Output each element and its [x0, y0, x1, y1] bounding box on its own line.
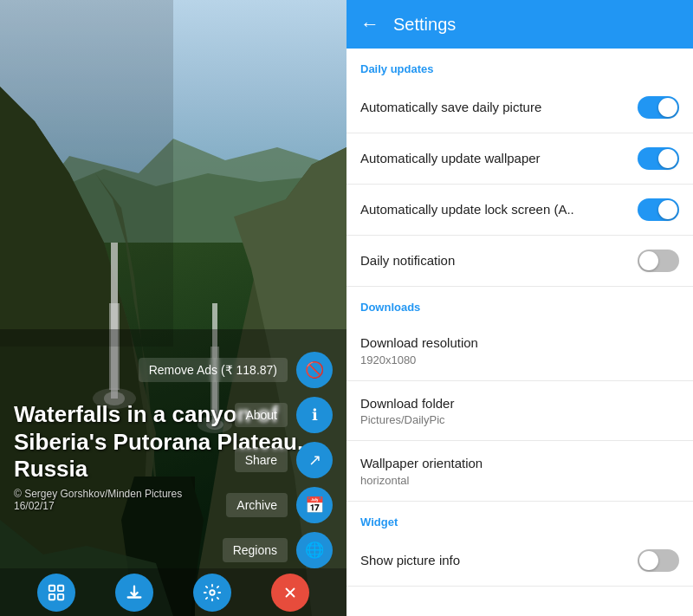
download-resolution-label: Download resolution	[360, 334, 669, 352]
settings-content: Daily updates Automatically save daily p…	[346, 49, 693, 616]
auto-save-toggle[interactable]	[638, 96, 679, 119]
remove-ads-label: Remove Ads (₹ 118.87)	[139, 358, 288, 382]
svg-point-25	[210, 590, 215, 595]
auto-wallpaper-label: Automatically update wallpaper	[360, 150, 627, 167]
close-button[interactable]	[271, 574, 309, 612]
about-row[interactable]: About ℹ	[235, 397, 333, 433]
settings-title: Settings	[393, 15, 456, 35]
section-widget: Widget	[346, 502, 693, 535]
setting-auto-lockscreen: Automatically update lock screen (A..	[346, 185, 693, 236]
auto-lockscreen-toggle[interactable]	[638, 198, 679, 221]
remove-ads-row[interactable]: Remove Ads (₹ 118.87) 🚫	[139, 352, 333, 388]
archive-label: Archive	[226, 493, 288, 517]
archive-row[interactable]: Archive 📅	[226, 487, 333, 523]
left-panel: Waterfalls in a canyon of Siberia's Puto…	[0, 0, 346, 616]
gallery-button[interactable]	[37, 574, 75, 612]
download-resolution-value: 1920x1080	[360, 353, 669, 366]
show-picture-info-label: Show picture info	[360, 552, 627, 569]
back-button[interactable]: ←	[360, 13, 379, 36]
svg-rect-19	[0, 0, 173, 347]
share-label: Share	[235, 448, 288, 472]
download-folder-label: Download folder	[360, 395, 669, 412]
regions-label: Regions	[223, 538, 288, 562]
setting-daily-notification: Daily notification	[346, 236, 693, 287]
section-downloads: Downloads	[346, 287, 693, 321]
regions-row[interactable]: Regions 🌐	[223, 532, 333, 568]
auto-save-label: Automatically save daily picture	[360, 99, 627, 116]
about-button[interactable]: ℹ	[296, 397, 333, 433]
setting-download-resolution[interactable]: Download resolution 1920x1080	[346, 321, 693, 381]
daily-notification-toggle[interactable]	[638, 250, 679, 272]
daily-notification-label: Daily notification	[360, 252, 627, 269]
setting-auto-wallpaper: Automatically update wallpaper	[346, 133, 693, 185]
remove-ads-button[interactable]: 🚫	[296, 352, 333, 388]
auto-wallpaper-toggle[interactable]	[638, 147, 679, 170]
section-daily-updates: Daily updates	[346, 49, 693, 82]
bottom-bar	[0, 568, 346, 616]
svg-rect-22	[58, 585, 63, 590]
share-row[interactable]: Share ↗	[235, 442, 333, 478]
svg-rect-24	[58, 593, 63, 599]
wallpaper-orientation-label: Wallpaper orientation	[360, 455, 669, 472]
action-buttons: Remove Ads (₹ 118.87) 🚫 About ℹ Share ↗ …	[139, 352, 333, 568]
settings-header: ← Settings	[346, 0, 693, 49]
settings-button[interactable]	[193, 574, 231, 612]
setting-auto-save: Automatically save daily picture	[346, 82, 693, 133]
svg-rect-23	[49, 593, 55, 599]
settings-panel: ← Settings Daily updates Automatically s…	[346, 0, 693, 616]
auto-lockscreen-label: Automatically update lock screen (A..	[360, 201, 627, 218]
background-image: Waterfalls in a canyon of Siberia's Puto…	[0, 0, 346, 616]
download-button[interactable]	[115, 574, 153, 612]
about-label: About	[235, 403, 288, 427]
show-picture-info-toggle[interactable]	[638, 549, 679, 572]
svg-rect-21	[49, 585, 55, 590]
setting-download-folder[interactable]: Download folder Pictures/DailyPic	[346, 381, 693, 442]
download-folder-value: Pictures/DailyPic	[360, 413, 669, 426]
regions-button[interactable]: 🌐	[296, 532, 333, 568]
wallpaper-orientation-value: horizontal	[360, 474, 669, 487]
setting-wallpaper-orientation[interactable]: Wallpaper orientation horizontal	[346, 441, 693, 502]
share-button[interactable]: ↗	[296, 442, 333, 478]
archive-button[interactable]: 📅	[296, 487, 333, 523]
setting-show-picture-info: Show picture info	[346, 535, 693, 587]
